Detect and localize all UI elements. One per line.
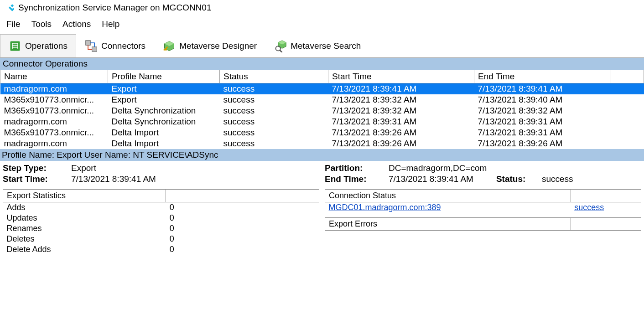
menu-help[interactable]: Help xyxy=(102,19,119,29)
table-row[interactable]: M365x910773.onmicr...Delta Synchronizati… xyxy=(0,105,644,116)
table-row[interactable]: madragorm.comExportsuccess7/13/2021 8:39… xyxy=(0,83,644,95)
cell-start: 7/13/2021 8:39:31 AM xyxy=(328,116,474,127)
partition-value: DC=madragorm,DC=com xyxy=(389,163,487,173)
status-value: success xyxy=(542,174,573,184)
col-profile[interactable]: Profile Name xyxy=(108,70,220,83)
detail-info-bar: Profile Name: Export User Name: NT SERVI… xyxy=(0,149,644,161)
tab-metaverse-search[interactable]: Metaverse Search xyxy=(265,34,369,57)
cell-start: 7/13/2021 8:39:32 AM xyxy=(328,105,474,116)
cell-start: 7/13/2021 8:39:41 AM xyxy=(328,83,474,95)
table-row[interactable]: madragorm.comDelta Synchronizationsucces… xyxy=(0,116,644,127)
menu-bar: File Tools Actions Help xyxy=(0,15,644,34)
cell-end: 7/13/2021 8:39:26 AM xyxy=(474,138,611,149)
tab-connectors-label: Connectors xyxy=(101,41,145,51)
connection-row[interactable]: MGDC01.madragorm.com:389 success xyxy=(325,202,641,213)
export-statistics-blank[interactable] xyxy=(166,190,319,202)
metaverse-search-icon xyxy=(274,40,287,52)
cell-status: success xyxy=(220,116,328,127)
cell-name: M365x910773.onmicr... xyxy=(0,127,108,138)
cell-name: M365x910773.onmicr... xyxy=(0,105,108,116)
cell-name: M365x910773.onmicr... xyxy=(0,94,108,105)
col-status[interactable]: Status xyxy=(220,70,328,83)
connection-host-link[interactable]: MGDC01.madragorm.com:389 xyxy=(329,203,441,212)
connection-status-blank[interactable] xyxy=(571,190,641,202)
cell-end: 7/13/2021 8:39:32 AM xyxy=(474,105,611,116)
operations-icon xyxy=(9,40,21,52)
col-start[interactable]: Start Time xyxy=(328,70,474,83)
title-bar: Synchronization Service Manager on MGCON… xyxy=(0,0,644,15)
stats-row: Updates0 xyxy=(3,213,319,223)
cell-end: 7/13/2021 8:39:31 AM xyxy=(474,116,611,127)
cell-start: 7/13/2021 8:39:32 AM xyxy=(328,94,474,105)
tab-metaverse-designer[interactable]: Metaverse Designer xyxy=(154,34,265,57)
cell-profile: Export xyxy=(108,94,220,105)
stats-row: Deletes0 xyxy=(3,234,319,244)
stats-value: 0 xyxy=(166,244,319,255)
cell-start: 7/13/2021 8:39:26 AM xyxy=(328,138,474,149)
stats-row: Adds0 xyxy=(3,202,319,213)
col-end[interactable]: End Time xyxy=(474,70,611,83)
tab-operations-label: Operations xyxy=(25,41,68,51)
details-right: Partition: DC=madragorm,DC=com End Time:… xyxy=(322,161,644,278)
cell-name: madragorm.com xyxy=(0,116,108,127)
cell-profile: Delta Import xyxy=(108,127,220,138)
app-icon xyxy=(4,3,14,13)
tab-connectors[interactable]: Connectors xyxy=(76,34,154,57)
export-statistics-header[interactable]: Export Statistics xyxy=(3,190,166,202)
cell-end: 7/13/2021 8:39:31 AM xyxy=(474,127,611,138)
stats-value: 0 xyxy=(166,234,319,244)
stats-label: Renames xyxy=(3,223,166,234)
metaverse-designer-icon xyxy=(163,40,176,52)
status-label: Status: xyxy=(496,174,533,184)
export-statistics-table: Export Statistics Adds0Updates0Renames0D… xyxy=(3,189,319,255)
connector-operations-header: Connector Operations xyxy=(0,58,644,70)
stats-value: 0 xyxy=(166,223,319,234)
cell-profile: Delta Synchronization xyxy=(108,105,220,116)
details-panels: Step Type: Export Start Time: 7/13/2021 … xyxy=(0,161,644,278)
export-errors-table: Export Errors xyxy=(325,217,641,276)
connection-status-header[interactable]: Connection Status xyxy=(325,190,571,202)
start-time-value: 7/13/2021 8:39:41 AM xyxy=(71,174,156,184)
table-row[interactable]: madragorm.comDelta Importsuccess7/13/202… xyxy=(0,138,644,149)
tab-metaverse-designer-label: Metaverse Designer xyxy=(179,41,257,51)
menu-actions[interactable]: Actions xyxy=(62,19,91,29)
cell-end: 7/13/2021 8:39:40 AM xyxy=(474,94,611,105)
col-spacer[interactable] xyxy=(611,70,644,83)
start-time-label: Start Time: xyxy=(3,174,62,184)
svg-rect-7 xyxy=(13,47,18,49)
cell-name: madragorm.com xyxy=(0,83,108,95)
table-row[interactable]: M365x910773.onmicr...Delta Importsuccess… xyxy=(0,127,644,138)
toolbar: Operations Connectors Metaverse Designer… xyxy=(0,34,644,58)
svg-rect-6 xyxy=(13,46,18,47)
stats-row: Delete Adds0 xyxy=(3,244,319,255)
cell-status: success xyxy=(220,105,328,116)
export-errors-header[interactable]: Export Errors xyxy=(325,218,571,231)
stats-row: Renames0 xyxy=(3,223,319,234)
connection-result-link[interactable]: success xyxy=(574,203,604,212)
details-left: Step Type: Export Start Time: 7/13/2021 … xyxy=(0,161,322,278)
menu-file[interactable]: File xyxy=(6,19,21,29)
cell-status: success xyxy=(220,138,328,149)
step-type-value: Export xyxy=(71,163,96,173)
table-row[interactable]: M365x910773.onmicr...Exportsuccess7/13/2… xyxy=(0,94,644,105)
partition-label: Partition: xyxy=(325,163,379,173)
step-type-label: Step Type: xyxy=(3,163,62,173)
stats-label: Updates xyxy=(3,213,166,223)
connectors-icon xyxy=(85,40,98,52)
cell-status: success xyxy=(220,94,328,105)
export-errors-blank[interactable] xyxy=(571,218,641,231)
cell-profile: Delta Import xyxy=(108,138,220,149)
stats-label: Adds xyxy=(3,202,166,213)
stats-label: Delete Adds xyxy=(3,244,166,255)
end-time-value: 7/13/2021 8:39:41 AM xyxy=(389,174,473,184)
connection-status-table: Connection Status MGDC01.madragorm.com:3… xyxy=(325,189,641,213)
stats-label: Deletes xyxy=(3,234,166,244)
svg-rect-8 xyxy=(86,40,91,45)
col-name[interactable]: Name xyxy=(0,70,108,83)
menu-tools[interactable]: Tools xyxy=(31,19,52,29)
operations-table[interactable]: Name Profile Name Status Start Time End … xyxy=(0,70,644,149)
cell-end: 7/13/2021 8:39:41 AM xyxy=(474,83,611,95)
cell-profile: Delta Synchronization xyxy=(108,116,220,127)
tab-operations[interactable]: Operations xyxy=(0,34,76,57)
tab-metaverse-search-label: Metaverse Search xyxy=(291,41,361,51)
